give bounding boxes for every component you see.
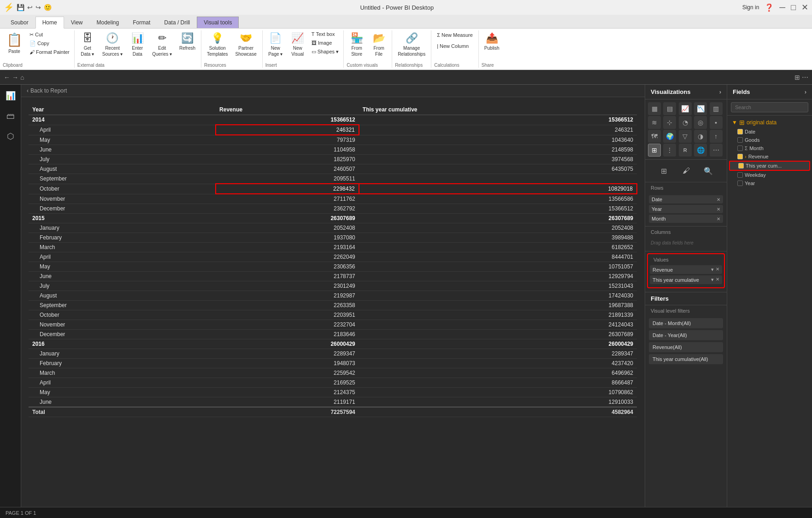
toolbar-back-icon[interactable]: ← [4,74,10,81]
new-page-btn[interactable]: 📄 NewPage ▾ [265,30,286,58]
remove-year-field[interactable]: ✕ [717,207,720,212]
field-revenue[interactable]: › Revenue [729,152,810,161]
viz-panel-expand-icon[interactable]: › [719,88,721,95]
values-revenue-field[interactable]: Revenue ▾ ✕ [650,265,722,274]
image-btn[interactable]: 🖼 Image [310,39,341,47]
toolbar-home-icon[interactable]: ⌂ [20,74,24,81]
shapes-btn[interactable]: ▭ Shapes ▾ [310,48,341,56]
new-column-btn[interactable]: | New Column [434,41,476,51]
sign-in-link[interactable]: Sign in [742,4,759,11]
quick-access-smiley[interactable]: 🙂 [44,4,52,11]
refresh-btn[interactable]: 🔄 Refresh [177,30,198,52]
viz-fields-tool[interactable]: ⊞ [657,163,671,178]
new-visual-btn[interactable]: 📈 NewVisual [288,30,308,58]
viz-pie-chart[interactable]: ◔ [679,116,692,129]
quick-access-redo[interactable]: ↪ [35,4,41,11]
new-measure-btn[interactable]: Σ New Measure [434,30,476,40]
tab-view[interactable]: View [64,17,90,28]
viz-treemap[interactable]: ▪ [710,116,723,129]
viz-gauge[interactable]: ◑ [694,130,707,143]
edit-queries-btn[interactable]: ✏ EditQueries ▾ [149,30,175,58]
sidebar-model-icon[interactable]: ⬡ [3,129,18,144]
remove-revenue-field[interactable]: ✕ [716,267,719,273]
viz-table[interactable]: ⊞ [648,144,661,157]
close-btn[interactable]: ✕ [801,2,808,12]
revenue-dropdown[interactable]: ▾ [711,267,714,273]
rows-year-field[interactable]: Year ✕ [649,205,723,213]
viz-ribbon-chart[interactable]: ≋ [648,116,661,129]
field-year[interactable]: Year [729,179,810,187]
help-icon[interactable]: ❓ [765,3,774,12]
tab-format[interactable]: Format [126,17,157,28]
sidebar-report-icon[interactable]: 📊 [3,88,18,103]
filter-cumulative[interactable]: This year cumulative(All) [649,354,723,364]
text-box-btn[interactable]: T Text box [310,30,341,38]
field-date[interactable]: Date [729,128,810,136]
tab-visual-tools[interactable]: Visual tools [197,17,239,28]
fields-panel-expand-icon[interactable]: › [805,88,806,95]
fields-search-input[interactable] [731,102,808,112]
tab-data-drill[interactable]: Data / Drill [157,17,197,28]
format-painter-btn[interactable]: 🖌 Format Painter [28,48,71,56]
rows-month-field[interactable]: Month ✕ [649,215,723,223]
viz-r-script[interactable]: R [679,144,692,157]
toolbar-more-icon[interactable]: ⋯ [802,74,808,81]
quick-access-undo[interactable]: ↩ [27,4,33,11]
viz-donut-chart[interactable]: ◎ [694,116,707,129]
viz-kpi[interactable]: ↑ [710,130,723,143]
filter-date-year[interactable]: Date - Year(All) [649,330,723,340]
viz-matrix[interactable]: ⋮ [663,144,676,157]
cumulative-dropdown[interactable]: ▾ [711,277,714,283]
values-cumulative-field[interactable]: This year cumulative ▾ ✕ [650,275,722,284]
solution-templates-btn[interactable]: 💡 SolutionTemplates [204,30,231,58]
maximize-btn[interactable]: □ [791,3,796,12]
back-to-report-btn[interactable]: ‹ Back to Report [27,87,67,94]
paste-btn[interactable]: 📋 Paste [3,30,26,56]
get-data-btn[interactable]: 🗄 Get Data ▾ [77,30,98,58]
partner-showcase-btn[interactable]: 🤝 PartnerShowcase [233,30,259,58]
viz-area-chart[interactable]: 📉 [694,102,707,115]
from-store-btn[interactable]: 🏪 FromStore [347,30,367,58]
viz-globe[interactable]: 🌐 [694,144,707,157]
minimize-btn[interactable]: ─ [779,3,785,12]
viz-stacked-bar[interactable]: ▦ [648,102,661,115]
tab-home[interactable]: Home [35,17,64,29]
filter-date-month[interactable]: Date - Month(All) [649,318,723,328]
viz-funnel[interactable]: ▽ [679,130,692,143]
viz-analytics-tool[interactable]: 🔍 [701,163,716,178]
copy-btn[interactable]: 📄 Copy [28,40,71,47]
toolbar-forward-icon[interactable]: → [12,74,18,81]
remove-date-field[interactable]: ✕ [717,197,720,202]
viz-scatter-chart[interactable]: ⊹ [663,116,676,129]
remove-month-field[interactable]: ✕ [717,216,720,221]
fields-panel: Fields › ▼ ⊞ original data Date Goods [727,85,812,507]
rows-date-field[interactable]: Date ✕ [649,195,723,204]
cut-btn[interactable]: ✂ Cut [28,31,71,39]
viz-more[interactable]: ⋯ [710,144,723,157]
tab-soubor[interactable]: Soubor [4,17,35,28]
fields-group-header[interactable]: ▼ ⊞ original data [729,117,810,128]
viz-stacked-area[interactable]: ▥ [710,102,723,115]
remove-cumulative-field[interactable]: ✕ [716,277,719,283]
viz-map[interactable]: 🗺 [648,130,661,143]
enter-data-btn[interactable]: 📊 EnterData [127,30,147,58]
field-this-year-cum[interactable]: This year cum... [729,161,810,171]
recent-sources-btn[interactable]: 🕐 RecentSources ▾ [100,30,125,58]
field-weekday[interactable]: Weekday [729,171,810,179]
quick-access-save[interactable]: 💾 [17,4,24,11]
tab-modeling[interactable]: Modeling [90,17,126,28]
sidebar-data-icon[interactable]: 🗃 [3,109,18,123]
filter-revenue[interactable]: Revenue(All) [649,342,723,352]
viz-format-tool[interactable]: 🖌 [679,163,694,178]
toolbar-expand-icon[interactable]: ⊞ [794,74,800,81]
manage-relationships-btn[interactable]: 🔗 ManageRelationships [395,30,428,58]
viz-clustered-bar[interactable]: ▤ [663,102,676,115]
from-file-btn[interactable]: 📂 FromFile [369,30,389,58]
viz-line-chart[interactable]: 📈 [679,102,692,115]
field-month[interactable]: Σ Month [729,144,810,152]
table-container[interactable]: Year Revenue This year cumulative 2014 1… [21,97,645,507]
viz-filled-map[interactable]: 🌍 [663,130,676,143]
columns-placeholder-area[interactable]: Drag data fields here [645,238,727,251]
field-goods[interactable]: Goods [729,136,810,144]
publish-btn[interactable]: 📤 Publish [482,30,502,52]
